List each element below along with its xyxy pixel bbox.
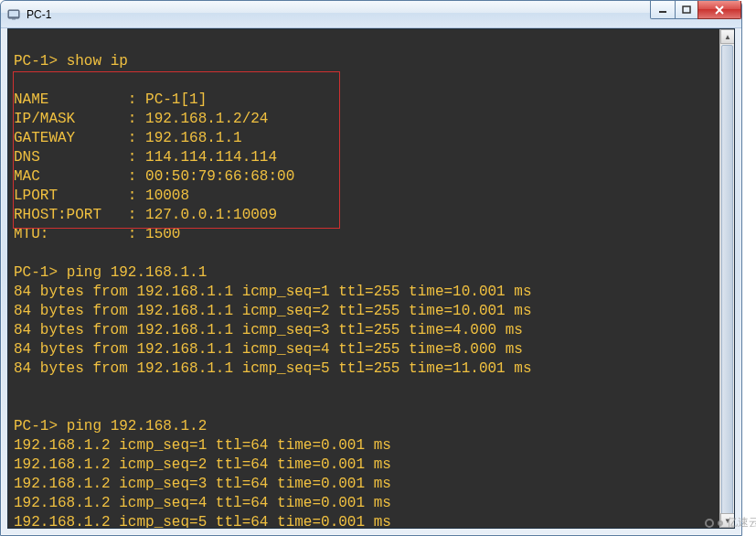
scrollbar-thumb[interactable] bbox=[721, 45, 733, 520]
maximize-button[interactable] bbox=[675, 1, 698, 19]
prompt: PC-1> bbox=[14, 53, 58, 70]
close-button[interactable] bbox=[697, 1, 741, 19]
scrollbar[interactable]: ▲ ▼ bbox=[719, 29, 734, 528]
terminal[interactable]: PC-1> show ip NAME : PC-1[1] IP/MASK : 1… bbox=[8, 29, 719, 528]
window-controls bbox=[651, 1, 741, 19]
svg-rect-1 bbox=[9, 11, 18, 16]
command-text: ping 192.168.1.1 bbox=[67, 264, 208, 281]
watermark-bubble-icon bbox=[705, 519, 714, 528]
titlebar[interactable]: PC-1 bbox=[1, 1, 741, 28]
app-window: PC-1 PC-1> show ip NAME : PC-1[1] IP/MAS… bbox=[0, 0, 742, 536]
command-text: ping 192.168.1.2 bbox=[67, 418, 208, 434]
window-title: PC-1 bbox=[27, 8, 51, 21]
terminal-container: PC-1> show ip NAME : PC-1[1] IP/MASK : 1… bbox=[7, 28, 735, 529]
minimize-icon bbox=[658, 5, 667, 15]
svg-rect-3 bbox=[659, 11, 666, 13]
scroll-up-button[interactable]: ▲ bbox=[720, 29, 735, 44]
ping-output: 84 bytes from 192.168.1.1 icmp_seq=1 ttl… bbox=[14, 283, 714, 379]
maximize-icon bbox=[682, 5, 691, 15]
ip-info-block: NAME : PC-1[1] IP/MASK : 192.168.1.2/24 … bbox=[14, 91, 714, 244]
svg-rect-2 bbox=[12, 18, 16, 20]
prompt: PC-1> bbox=[14, 264, 58, 281]
app-icon bbox=[6, 7, 21, 22]
ping-output: 192.168.1.2 icmp_seq=1 ttl=64 time=0.001… bbox=[14, 436, 714, 529]
watermark-text: 亿速云 bbox=[727, 515, 756, 531]
minimize-button[interactable] bbox=[650, 1, 676, 19]
close-icon bbox=[714, 5, 725, 16]
watermark-bubble-icon bbox=[718, 520, 723, 526]
svg-rect-4 bbox=[683, 6, 690, 13]
watermark: 亿速云 bbox=[705, 515, 756, 531]
prompt: PC-1> bbox=[14, 418, 58, 434]
command-text: show ip bbox=[67, 53, 128, 70]
